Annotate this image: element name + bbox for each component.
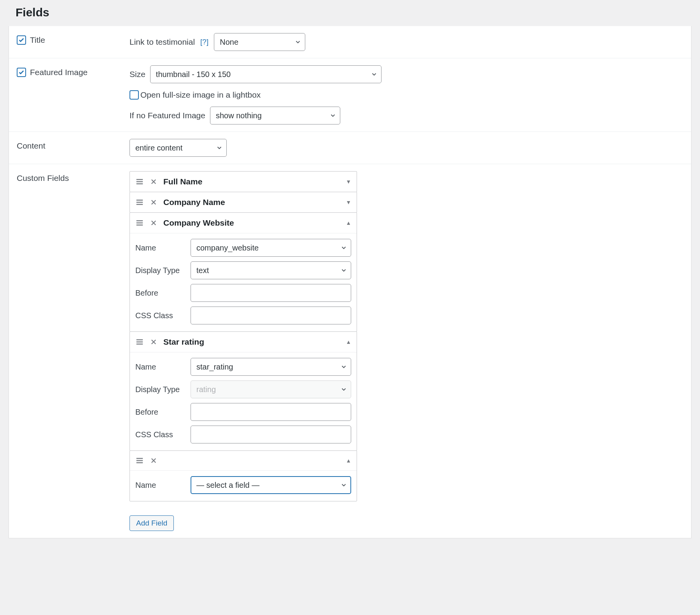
check-icon <box>18 37 24 43</box>
drag-handle-icon <box>135 198 144 207</box>
drag-handle[interactable] <box>135 456 144 465</box>
expand-icon[interactable]: ▼ <box>346 199 351 205</box>
before-label: Before <box>135 289 186 298</box>
display-type-select: rating <box>191 380 351 398</box>
title-label: Title <box>30 35 45 45</box>
fallback-select[interactable]: show nothing <box>210 107 340 124</box>
row-custom-fields: Custom Fields Full Name▼Company Name▼Com… <box>9 164 691 538</box>
link-to-testimonial-select[interactable]: None <box>214 33 305 51</box>
section-title: Fields <box>16 6 691 19</box>
drag-handle-icon <box>135 456 144 465</box>
lightbox-checkbox[interactable] <box>130 90 139 100</box>
size-label: Size <box>130 70 145 79</box>
custom-fields-label: Custom Fields <box>17 173 69 183</box>
close-icon <box>150 178 157 185</box>
drag-handle-icon <box>135 177 144 186</box>
close-icon <box>150 338 157 345</box>
drag-handle[interactable] <box>135 219 144 227</box>
drag-handle[interactable] <box>135 177 144 186</box>
css-class-label: CSS Class <box>135 311 186 320</box>
custom-field-header[interactable]: Company Name▼ <box>130 192 357 212</box>
remove-field-button[interactable] <box>150 457 157 464</box>
field-name-select[interactable]: company_website <box>191 239 351 257</box>
drag-handle[interactable] <box>135 338 144 346</box>
expand-icon[interactable]: ▼ <box>346 179 351 185</box>
check-icon <box>18 69 24 75</box>
custom-field-title: Full Name <box>163 177 340 186</box>
custom-field-item: Full Name▼ <box>130 171 357 192</box>
display-type-select[interactable]: text <box>191 261 351 279</box>
custom-field-body: Namestar_ratingDisplay TyperatingBeforeC… <box>130 352 357 450</box>
fields-panel: Title Link to testimonial [?] None Featu… <box>9 26 691 538</box>
drag-handle[interactable] <box>135 198 144 207</box>
custom-field-header[interactable]: ▲ <box>130 451 357 471</box>
display-type-label: Display Type <box>135 266 186 275</box>
before-input[interactable] <box>191 284 351 302</box>
close-icon <box>150 219 157 226</box>
css-class-input[interactable] <box>191 307 351 324</box>
remove-field-button[interactable] <box>150 219 157 226</box>
close-icon <box>150 199 157 206</box>
remove-field-button[interactable] <box>150 338 157 345</box>
custom-field-body: Namecompany_websiteDisplay TypetextBefor… <box>130 233 357 331</box>
css-class-input[interactable] <box>191 426 351 443</box>
custom-field-title: Star rating <box>163 337 340 347</box>
custom-field-item: Company Website▲Namecompany_websiteDispl… <box>130 212 357 332</box>
collapse-icon[interactable]: ▲ <box>346 220 351 226</box>
lightbox-label: Open full-size image in a lightbox <box>140 90 261 100</box>
featured-image-checkbox[interactable] <box>17 68 26 77</box>
link-to-testimonial-label: Link to testimonial <box>130 37 195 47</box>
field-name-select[interactable]: star_rating <box>191 358 351 376</box>
row-featured-image: Featured Image Size thumbnail - 150 x 15… <box>9 58 691 132</box>
remove-field-button[interactable] <box>150 178 157 185</box>
css-class-label: CSS Class <box>135 430 186 439</box>
add-field-button[interactable]: Add Field <box>130 515 174 531</box>
custom-field-header[interactable]: Star rating▲ <box>130 332 357 352</box>
custom-fields-list: Full Name▼Company Name▼Company Website▲N… <box>130 171 357 501</box>
row-content: Content entire content <box>9 132 691 164</box>
remove-field-button[interactable] <box>150 199 157 206</box>
field-name-label: Name <box>135 481 186 490</box>
custom-field-body: Name— select a field — <box>130 471 357 501</box>
row-title: Title Link to testimonial [?] None <box>9 26 691 58</box>
custom-field-header[interactable]: Company Website▲ <box>130 213 357 233</box>
collapse-icon[interactable]: ▲ <box>346 457 351 464</box>
content-select[interactable]: entire content <box>130 139 227 157</box>
custom-field-title: Company Name <box>163 198 340 207</box>
drag-handle-icon <box>135 338 144 346</box>
collapse-icon[interactable]: ▲ <box>346 339 351 345</box>
custom-field-item: Company Name▼ <box>130 192 357 213</box>
featured-image-label: Featured Image <box>30 68 88 77</box>
field-name-select[interactable]: — select a field — <box>191 476 351 494</box>
content-label: Content <box>17 141 46 151</box>
custom-field-header[interactable]: Full Name▼ <box>130 172 357 192</box>
fallback-label: If no Featured Image <box>130 111 205 120</box>
field-name-label: Name <box>135 363 186 371</box>
field-name-label: Name <box>135 244 186 252</box>
help-link[interactable]: [?] <box>200 38 209 46</box>
custom-field-item: Star rating▲Namestar_ratingDisplay Typer… <box>130 331 357 451</box>
before-input[interactable] <box>191 403 351 421</box>
drag-handle-icon <box>135 219 144 227</box>
custom-field-item: ▲Name— select a field — <box>130 450 357 501</box>
title-checkbox[interactable] <box>17 35 26 45</box>
before-label: Before <box>135 408 186 417</box>
display-type-label: Display Type <box>135 385 186 394</box>
close-icon <box>150 457 157 464</box>
custom-field-title: Company Website <box>163 218 340 228</box>
size-select[interactable]: thumbnail - 150 x 150 <box>150 65 382 83</box>
